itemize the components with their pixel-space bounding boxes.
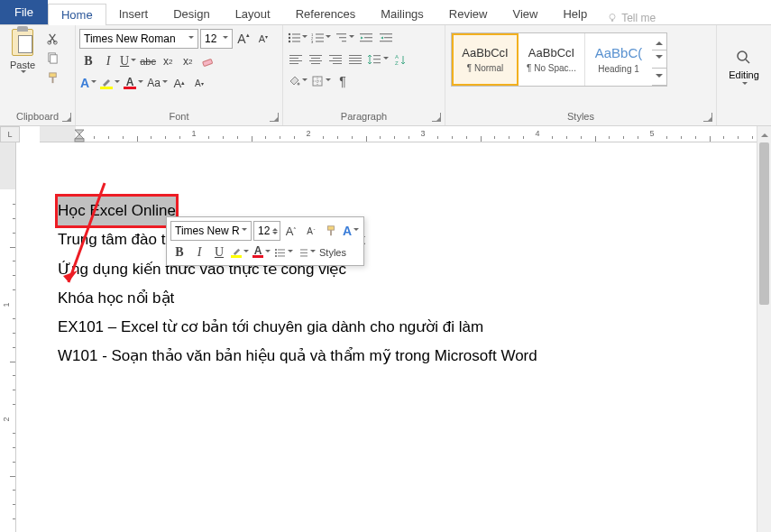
- shrink-font2-button[interactable]: A▾: [190, 74, 208, 92]
- styles-gallery[interactable]: AaBbCcI ¶ Normal AaBbCcI ¶ No Spac... Aa…: [451, 32, 667, 87]
- grow-font2-button[interactable]: A▴: [170, 74, 188, 92]
- doc-line[interactable]: Khóa học nổi bật: [58, 284, 719, 313]
- ruler-tab-selector[interactable]: L: [0, 126, 20, 142]
- outdent-icon: [360, 32, 372, 43]
- increase-indent-button[interactable]: [377, 29, 395, 47]
- tab-help[interactable]: Help: [550, 4, 600, 24]
- superscript-button[interactable]: x2: [179, 52, 197, 70]
- style-no-spacing[interactable]: AaBbCcI ¶ No Spac...: [519, 33, 585, 86]
- line-spacing-button[interactable]: [366, 50, 390, 69]
- mini-font-combo[interactable]: Times New R: [170, 221, 252, 241]
- font-color-button[interactable]: A: [123, 74, 144, 92]
- font-launcher[interactable]: [270, 113, 279, 122]
- subscript-button[interactable]: x2: [159, 52, 177, 70]
- mini-styles[interactable]: Styles: [318, 243, 347, 261]
- tab-review[interactable]: Review: [436, 4, 500, 24]
- styles-scroll-down[interactable]: [652, 50, 666, 68]
- svg-rect-7: [51, 77, 53, 83]
- mini-italic[interactable]: I: [190, 243, 208, 261]
- style-heading1[interactable]: AaBbC( Heading 1: [585, 33, 652, 86]
- mini-bold[interactable]: B: [170, 243, 188, 261]
- numbering-button[interactable]: 123: [310, 29, 332, 47]
- clipboard-launcher[interactable]: [62, 113, 71, 122]
- shrink-font-button[interactable]: A▾: [254, 30, 272, 48]
- font-name-combo[interactable]: Times New Roman: [79, 29, 198, 49]
- mini-format-painter[interactable]: [322, 222, 340, 240]
- scroll-thumb[interactable]: [759, 142, 769, 305]
- font-size-combo[interactable]: 12: [200, 29, 233, 49]
- strikethrough-button[interactable]: abc: [139, 52, 157, 70]
- underline-button[interactable]: U: [119, 52, 137, 70]
- cut-button[interactable]: [43, 29, 61, 47]
- text-effects-button[interactable]: A: [79, 74, 97, 92]
- svg-line-40: [746, 60, 749, 63]
- show-marks-button[interactable]: ¶: [334, 72, 352, 90]
- shading-button[interactable]: [287, 72, 308, 90]
- mini-bullets[interactable]: [273, 243, 294, 261]
- tab-mailings[interactable]: Mailings: [368, 4, 436, 24]
- borders-button[interactable]: [310, 72, 332, 90]
- styles-scroll-up[interactable]: [652, 33, 666, 50]
- vertical-ruler[interactable]: 123: [0, 142, 16, 532]
- doc-line[interactable]: Ứng dụng kiến thức vào thực tế công việc: [58, 255, 719, 284]
- sort-button[interactable]: AZ: [391, 50, 409, 69]
- svg-rect-30: [373, 55, 381, 56]
- document-body[interactable]: Học Excel Online Trung tâm đào tạo tin h…: [20, 142, 757, 371]
- styles-launcher[interactable]: [703, 113, 712, 122]
- svg-rect-47: [278, 252, 285, 252]
- italic-button[interactable]: I: [99, 52, 117, 70]
- mini-text-effects[interactable]: A: [342, 222, 360, 240]
- align-left-button[interactable]: [287, 50, 305, 69]
- bold-button[interactable]: B: [79, 52, 97, 70]
- copy-button[interactable]: [43, 49, 61, 67]
- tab-design[interactable]: Design: [161, 4, 222, 24]
- mini-shrink-font[interactable]: A˅: [302, 222, 320, 240]
- doc-line[interactable]: EX101 – Excel từ cơ bản tới chuyên gia d…: [58, 313, 719, 342]
- mini-font-color[interactable]: A: [252, 243, 271, 261]
- decrease-indent-button[interactable]: [357, 29, 375, 47]
- editing-dropdown[interactable]: Editing: [717, 27, 771, 110]
- bullets-button[interactable]: [287, 29, 308, 47]
- styles-more[interactable]: [652, 69, 666, 86]
- indent-marker-left[interactable]: [74, 126, 85, 142]
- scroll-up-button[interactable]: [757, 126, 771, 141]
- multilevel-button[interactable]: [334, 29, 355, 47]
- tab-file[interactable]: File: [0, 0, 48, 24]
- svg-rect-12: [292, 37, 300, 38]
- change-case-button[interactable]: Aa: [146, 74, 169, 92]
- paragraph-launcher[interactable]: [432, 113, 441, 122]
- svg-point-35: [298, 83, 300, 86]
- mini-highlight[interactable]: [230, 243, 250, 261]
- mini-numbering[interactable]: [296, 243, 317, 261]
- highlight-button[interactable]: [99, 74, 121, 92]
- svg-rect-25: [364, 37, 372, 38]
- horizontal-ruler[interactable]: 123456: [40, 126, 757, 142]
- format-painter-button[interactable]: [43, 69, 61, 87]
- selected-text[interactable]: Học Excel Online: [58, 197, 176, 225]
- doc-line[interactable]: Trung tâm đào tạo tin học văn phòng tốt …: [58, 225, 719, 254]
- group-font: Times New Roman 12 A▴ A▾ B I U abc x2 x2…: [76, 25, 283, 125]
- mini-size-combo[interactable]: 12: [253, 221, 280, 241]
- svg-rect-24: [360, 33, 372, 34]
- svg-rect-27: [380, 33, 392, 34]
- style-normal[interactable]: AaBbCcI ¶ Normal: [452, 33, 519, 86]
- document-area[interactable]: Học Excel Online Trung tâm đào tạo tin h…: [20, 142, 757, 532]
- justify-button[interactable]: [346, 50, 364, 69]
- tell-me[interactable]: Tell me: [607, 12, 656, 24]
- mini-grow-font[interactable]: A˄: [282, 222, 300, 240]
- vertical-scrollbar[interactable]: [757, 126, 771, 532]
- align-center-button[interactable]: [307, 50, 325, 69]
- tab-view[interactable]: View: [500, 4, 550, 24]
- paste-button[interactable]: Paste: [4, 29, 41, 76]
- doc-line[interactable]: W101 - Soạn thảo văn bản hiệu quả và thẩ…: [58, 342, 719, 371]
- tab-references[interactable]: References: [283, 4, 368, 24]
- tab-layout[interactable]: Layout: [223, 4, 283, 24]
- tab-home[interactable]: Home: [48, 4, 106, 25]
- svg-rect-28: [384, 37, 392, 38]
- tab-insert[interactable]: Insert: [106, 4, 161, 24]
- mini-underline[interactable]: U: [210, 243, 228, 261]
- clear-formatting-button[interactable]: [198, 52, 216, 70]
- svg-rect-5: [50, 54, 57, 62]
- align-right-button[interactable]: [326, 50, 344, 69]
- grow-font-button[interactable]: A▴: [234, 30, 252, 48]
